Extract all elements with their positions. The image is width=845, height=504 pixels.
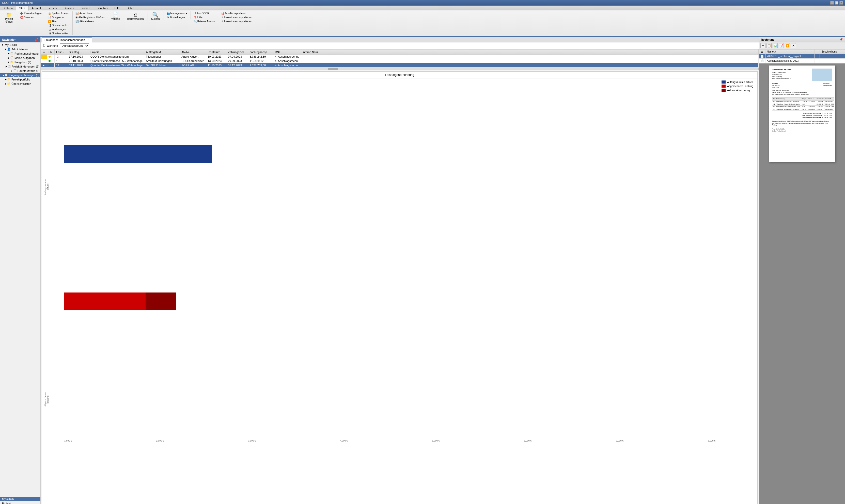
rp-col-header-icon[interactable]: ☰ (759, 50, 765, 54)
currency-select[interactable]: Auftragswährung EUR USD (60, 43, 89, 48)
horizontal-scrollbar[interactable] (41, 68, 759, 70)
col-header-projekt[interactable]: Projekt (89, 50, 144, 55)
col-header-fr[interactable]: FR (47, 50, 55, 55)
sidebar-item-projektanderungen[interactable]: ▶ 📋 Projektänderungen (3) (0, 64, 40, 69)
sidebar-item-mycoor[interactable]: ▼ MyCOOR (0, 43, 40, 47)
cell-an-nr: COOR.architekten (180, 59, 206, 63)
minimize-btn[interactable]: ─ (830, 1, 834, 4)
tab-suchen[interactable]: Suchen (77, 5, 93, 11)
doc-tab-eingangsrechnungen[interactable]: Freigaben: Eingangsrechnungen ✕ (42, 37, 92, 42)
filter-btn[interactable]: 🔽 Filter (47, 20, 71, 23)
col-header-stichtag[interactable]: Stichtag (67, 50, 89, 55)
window-icon: 🪟 (75, 12, 78, 15)
main-content: Freigaben: Eingangsrechnungen ✕ € Währun… (41, 37, 759, 504)
rp-col-header-sort[interactable] (815, 50, 820, 54)
col-header-zahlungsansp[interactable]: Zahlungsansp (248, 50, 274, 55)
doc-icon: 📋 (7, 65, 11, 68)
ribbon-group-hilfe: ℹ Über COOR... ❓ Hilfe 🔧 Externe Tools ▾ (191, 12, 218, 23)
col-header-interne-notiz[interactable]: interne Notiz (301, 50, 759, 55)
rp-file-row-1[interactable]: 📄 20231010_Rechnung_original (759, 54, 845, 59)
col-header-an-nr[interactable]: AN-Nr. (180, 50, 206, 55)
col-header-auftragstext[interactable]: Auftragstext (144, 50, 180, 55)
rp-add-btn[interactable]: + (760, 43, 765, 48)
restore-btn[interactable]: ⬜ (835, 1, 839, 4)
start-col: ➕ Projekt anlegen ⛔ Beenden (19, 12, 43, 19)
sidebar-footer-projekt[interactable]: Projekt (0, 502, 40, 504)
col-header-indicator[interactable]: ☰ (41, 50, 47, 55)
tab-drucken[interactable]: Drucken (60, 5, 77, 11)
main-layout: Navigation 📌 ▼ MyCOOR ▼ 👤 Administrator … (0, 37, 845, 504)
sidebar-item-administrator[interactable]: ▼ 👤 Administrator (0, 47, 40, 51)
table-row-selected[interactable]: ► 14 03.11.2023 Quartier Berlinerstrasse… (41, 63, 759, 68)
uber-coor-btn[interactable]: ℹ Über COOR... (192, 12, 216, 15)
cell-projekt: Quartier Berlinerstrasse 55 – Wohnanlage (89, 63, 144, 68)
tab-offnen[interactable]: Öffnen (1, 5, 16, 11)
drucken-btn[interactable]: 🖨 Berichtswesen (125, 12, 145, 21)
table-row[interactable]: 1 21.10.2023 Quartier Berlinerstrasse 55… (41, 59, 759, 63)
tab-start[interactable]: Start (16, 5, 29, 11)
beenden-btn[interactable]: ⛔ Beenden (19, 16, 43, 19)
externe-tools-btn[interactable]: 🔧 Externe Tools ▾ (192, 20, 216, 23)
cell-notiz (301, 59, 759, 63)
bar-aktual (145, 292, 176, 310)
rp-file-row-2[interactable]: 📋 Aufmaßblatt Metallbau 2023 (759, 59, 845, 63)
spaltenprofil-btn[interactable]: ⊞ Spaltenprofile (48, 32, 69, 35)
sidebar-item-projektportfolio[interactable]: ▶ 📁 Projektportfolio (0, 77, 40, 82)
doc-tab-bar: Freigaben: Eingangsrechnungen ✕ (41, 37, 759, 42)
tab-benutzer[interactable]: Benutzer (93, 5, 111, 11)
tab-fenster[interactable]: Fenster (44, 5, 60, 11)
rp-filter-btn[interactable]: 🔽 (785, 43, 790, 48)
right-panel-pin-icon[interactable]: 📌 (840, 38, 843, 41)
table-row[interactable]: -3 17.10.2023 COOR Dienstleistungszentru… (41, 55, 759, 59)
tab-hilfe[interactable]: Hilfe (111, 5, 123, 11)
cell-rnr: 4. Abschlagsrechnu (274, 59, 301, 63)
col-header-frist[interactable]: Frist △ (55, 50, 67, 55)
sidebar-item-rechnungseingang[interactable]: ▶ 📋 Rechnungseingang (0, 51, 40, 56)
hilfe-btn[interactable]: ❓ Hilfe (192, 16, 216, 19)
projekt-anlegen-btn[interactable]: ➕ Projekt anlegen (19, 12, 43, 15)
tabelle-exportieren-btn[interactable]: 📊 Tabelle exportieren (220, 12, 255, 15)
alle-register-btn[interactable]: ⊠ Alle Register schließen (74, 16, 105, 19)
col-header-re-datum[interactable]: Re.Datum (206, 50, 226, 55)
anderungen-btn[interactable]: △ Änderungen (48, 28, 69, 31)
projektdaten-importieren-btn[interactable]: ⬇ Projektdaten importieren... (220, 20, 255, 23)
sidebar-item-ubersichtslisten[interactable]: ▶ 📁 Übersichtslisten (0, 82, 40, 86)
invoice-line-item: 004 Wandfliese weiß 15x15FL MP 13013 2.4… (772, 108, 834, 111)
rp-col-header-desc[interactable]: Beschreibung (820, 50, 845, 54)
sidebar-pin-icon[interactable]: 📌 (35, 38, 38, 41)
suchen-btn[interactable]: 🔍 Suchen (149, 12, 162, 21)
ribbon-group-drucken: 🖨 Berichtswesen (124, 12, 148, 21)
col-header-zahlungsziel[interactable]: Zahlungsziel (226, 50, 248, 55)
tab-ansicht[interactable]: Ansicht (29, 5, 44, 11)
vorlage-btn[interactable]: 📄 Vorlage (109, 12, 122, 21)
sidebar-item-hauptauftrage[interactable]: ▶ 📋 Hauptaufträge (3) (0, 69, 40, 73)
sidebar-item-eingangsrechnungen[interactable]: ▶ 📋 Eingangsrechnungen (3) (0, 73, 40, 77)
scrollbar-thumb[interactable] (328, 68, 338, 70)
legend-color-red (722, 85, 726, 88)
sidebar-header: Navigation 📌 (0, 37, 40, 42)
col-header-rnr[interactable]: RNr (274, 50, 301, 55)
summenzeile-btn[interactable]: ∑ Summenzeile (48, 23, 69, 27)
rp-close-btn[interactable]: ✕ (791, 43, 796, 48)
aktualisieren-btn[interactable]: 🔄 Aktualisieren (74, 20, 105, 23)
tab-daten[interactable]: Daten (123, 5, 138, 11)
cell-notiz (301, 55, 759, 59)
management-btn[interactable]: 👥 Management ▾ (165, 12, 189, 15)
close-btn[interactable]: ✕ (840, 1, 843, 4)
y-label-2: Abgerechnete leistung (44, 389, 63, 410)
projektdaten-exportieren-btn[interactable]: ⬆ Projektdaten exportieren... (220, 16, 255, 19)
ansichten-btn[interactable]: 🪟 Ansichten ▾ (74, 12, 105, 15)
rp-copy-btn[interactable]: 📋 (767, 43, 772, 48)
expand-icon: ▶ (7, 56, 10, 59)
open-project-btn[interactable]: 📁 Projektöffnen (3, 12, 15, 24)
sidebar-item-meine-aufgaben[interactable]: ▶ 📋 Meine Aufgaben (0, 56, 40, 60)
rp-chart-btn[interactable]: 📊 (773, 43, 778, 48)
sidebar-footer-mycoor[interactable]: MyCOOR (0, 497, 40, 501)
spalten-fixieren-btn[interactable]: 🔒 Spalten fixieren (47, 12, 71, 15)
einstellungen-btn[interactable]: ⚙ Einstellungen (165, 16, 189, 19)
rp-col-header-name[interactable]: Name △ (765, 50, 815, 54)
tab-close-btn[interactable]: ✕ (87, 39, 89, 41)
gruppieren-btn[interactable]: 📑 Gruppieren (47, 16, 71, 19)
rp-text-btn[interactable]: 📝 (779, 43, 784, 48)
sidebar-item-freigaben[interactable]: ▼ 📁 Freigaben (9) (0, 60, 40, 64)
